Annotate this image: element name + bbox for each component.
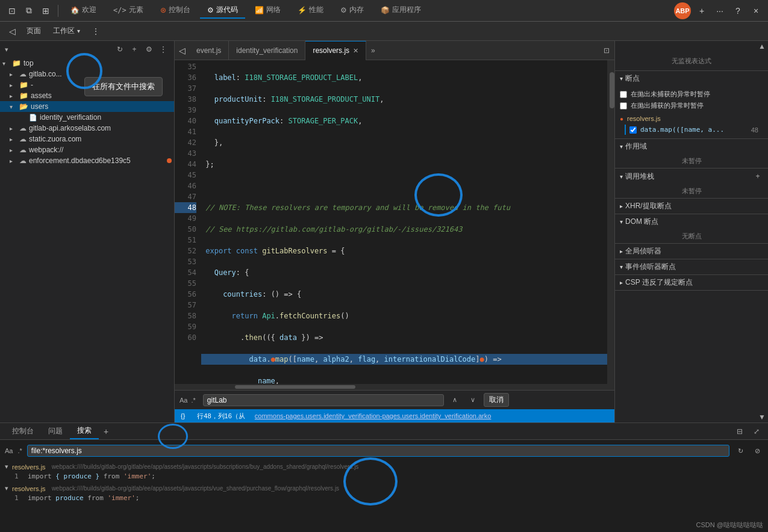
tab-memory[interactable]: ⚙ 内存 — [333, 2, 371, 19]
breakpoints-header[interactable]: ▾ 断点 — [615, 71, 768, 86]
bp-caught-label: 在抛出捕获的异常时暂停 — [631, 101, 704, 110]
tree-item-identity-verification[interactable]: 📄 identity_verification — [0, 112, 174, 123]
tree-item-webpack[interactable]: ▸ ☁ webpack:// — [0, 144, 174, 155]
result-title-2[interactable]: ▾ resolvers.js webpack:////builds/gitlab… — [5, 483, 763, 493]
search-input[interactable] — [31, 447, 725, 455]
file-tabs: ◁ event.js identity_verification resolve… — [175, 41, 614, 60]
csp-header[interactable]: ▸ CSP 违反了规定断点 — [615, 275, 768, 290]
dom-header[interactable]: ▾ DOM 断点 — [615, 214, 768, 229]
more-icon[interactable]: ··· — [713, 4, 727, 18]
add-folder-icon[interactable]: + — [128, 43, 140, 55]
bottom-icon-2[interactable]: ⤢ — [750, 425, 763, 438]
search-panel: Aa .* ↻ ⊘ ▾ resolvers.js webpack:////bui… — [0, 440, 768, 519]
back-icon[interactable]: ◁ — [5, 24, 19, 39]
add-panel-btn[interactable]: + — [99, 424, 113, 439]
tab-issues-bottom[interactable]: 问题 — [41, 424, 70, 439]
csp-section: ▸ CSP 违反了规定断点 — [615, 275, 768, 291]
tree-item-arkoselabs[interactable]: ▸ ☁ gitlab-api.arkoselabs.com — [0, 123, 174, 134]
search-input-wrap — [27, 445, 729, 457]
find-input[interactable] — [207, 396, 440, 404]
tab-console[interactable]: ⊛ 控制台 — [153, 2, 198, 19]
sidebar-toggle-icon[interactable]: ⊞ — [39, 4, 53, 18]
tree-item-enforcement[interactable]: ▸ ☁ enforcement.dbdaecd6be139c5 — [0, 155, 174, 166]
more-actions-icon[interactable]: ⋮ — [157, 43, 169, 55]
search-match-case-icon[interactable]: Aa — [5, 447, 13, 454]
chevron-right-icon-1: ▸ — [10, 82, 17, 88]
duplicate-icon[interactable]: ⧉ — [22, 4, 36, 18]
bp-uncaught-checkbox[interactable] — [620, 91, 627, 98]
bp-code-checkbox[interactable] — [629, 126, 637, 134]
page-btn[interactable]: 页面 — [22, 25, 46, 37]
workspace-btn[interactable]: 工作区 ▾ — [48, 25, 85, 37]
breakpoints-content: 在抛出未捕获的异常时暂停 在抛出捕获的异常时暂停 ● resolvers.js — [615, 86, 768, 138]
bp-filename: resolvers.js — [627, 115, 661, 122]
search-clear-icon[interactable]: ⊘ — [751, 445, 763, 457]
right-panel: ▲ 无监视表达式 ▾ 断点 在抛出未捕获的异常时暂停 — [614, 41, 768, 422]
status-path-link[interactable]: commons-pages.users.identity_verificatio… — [255, 412, 492, 419]
scope-header[interactable]: ▾ 作用域 — [615, 139, 768, 154]
settings-icon[interactable]: ⚙ — [143, 43, 155, 55]
rp-scroll-up[interactable]: ▲ — [615, 41, 768, 52]
chevron-down-bp: ▾ — [620, 75, 623, 82]
tab-search-bottom[interactable]: 搜索 — [70, 423, 99, 439]
help-icon[interactable]: ? — [731, 4, 745, 18]
workspace-dropdown-arrow: ▾ — [77, 28, 80, 34]
file-tab-identity[interactable]: identity_verification — [229, 41, 305, 60]
pin-tab-icon[interactable]: ⊡ — [599, 46, 614, 55]
bottom-icon-1[interactable]: ⊟ — [733, 425, 746, 438]
close-tab-icon[interactable]: ✕ — [353, 47, 358, 55]
add-icon[interactable]: + — [695, 4, 709, 18]
result-linenum-1-1: 1 — [14, 472, 24, 480]
xhr-header[interactable]: ▸ XHR/提取断点 — [615, 199, 768, 214]
tab-elements[interactable]: </> 元素 — [106, 2, 151, 19]
cloud-icon-3: ☁ — [19, 146, 27, 154]
callstack-header[interactable]: ▾ 调用堆栈 + — [615, 169, 768, 184]
rp-scroll-down[interactable]: ▼ — [615, 412, 768, 422]
add-watch-icon[interactable]: + — [752, 171, 763, 182]
result-line-2-1: 1 import produce from 'immer'; — [5, 493, 763, 503]
chevron-right-csp: ▸ — [620, 279, 623, 286]
tree-item-zuora[interactable]: ▸ ☁ static.zuora.com — [0, 134, 174, 144]
bottom-tabs: 控制台 问题 搜索 + ⊟ ⤢ — [0, 423, 768, 440]
event-header[interactable]: ▾ 事件侦听器断点 — [615, 259, 768, 274]
global-header[interactable]: ▸ 全局侦听器 — [615, 244, 768, 259]
tab-application[interactable]: 📦 应用程序 — [373, 2, 428, 19]
result-title-1[interactable]: ▾ resolvers.js webpack:////builds/gitlab… — [5, 462, 763, 472]
tree-item-users[interactable]: ▾ 📂 users — [0, 101, 174, 112]
find-bar: Aa .* ∧ ∨ 取消 — [175, 390, 614, 409]
tab-network[interactable]: 📶 网络 — [248, 2, 288, 19]
find-next-btn[interactable]: ∨ — [466, 393, 480, 407]
sync-icon[interactable]: ↻ — [114, 43, 126, 55]
regex-btn[interactable]: .* — [191, 397, 195, 404]
tree-item-top[interactable]: ▾ 📁 top — [0, 58, 174, 69]
bottom-panel: 控制台 问题 搜索 + ⊟ ⤢ Aa .* ↻ — [0, 422, 768, 519]
tab-console-bottom[interactable]: 控制台 — [5, 424, 41, 439]
find-cancel-btn[interactable]: 取消 — [484, 393, 509, 407]
result-filename-1: resolvers.js — [12, 463, 46, 471]
more-tabs-icon[interactable]: » — [366, 46, 380, 55]
match-case-btn[interactable]: Aa — [180, 397, 187, 404]
new-tab-icon[interactable]: ⊡ — [5, 4, 19, 18]
cloud-icon-0: ☁ — [19, 70, 27, 78]
scope-empty: 未暂停 — [615, 154, 768, 168]
bp-check-uncaught: 在抛出未捕获的异常时暂停 — [620, 88, 763, 100]
file-tabs-back[interactable]: ◁ — [175, 43, 189, 58]
result-path-1: webpack:////builds/gitlab-org/gitlab/ee/… — [52, 463, 359, 470]
bp-caught-checkbox[interactable] — [620, 102, 627, 110]
find-prev-btn[interactable]: ∧ — [448, 393, 462, 407]
search-refresh-icon[interactable]: ↻ — [734, 445, 746, 457]
file-tab-event[interactable]: event.js — [189, 41, 229, 60]
horizontal-scrollbar[interactable] — [175, 384, 614, 390]
file-tab-resolvers[interactable]: resolvers.js ✕ — [305, 41, 366, 60]
chevron-right-icon: ▸ — [10, 71, 17, 78]
sidebar-actions: ↻ + ⚙ ⋮ — [114, 43, 169, 55]
tab-sources[interactable]: ⚙ 源代码 — [200, 2, 245, 19]
tab-welcome[interactable]: 🏠 欢迎 — [63, 2, 104, 19]
tab-performance[interactable]: ⚡ 性能 — [290, 2, 331, 19]
dom-label: DOM 断点 — [625, 217, 658, 227]
close-icon[interactable]: × — [749, 4, 763, 18]
vertical-scrollbar[interactable] — [607, 60, 614, 384]
search-regex-icon[interactable]: .* — [17, 447, 22, 454]
menu-icon[interactable]: ⋮ — [87, 26, 104, 37]
memory-icon: ⚙ — [340, 6, 347, 14]
